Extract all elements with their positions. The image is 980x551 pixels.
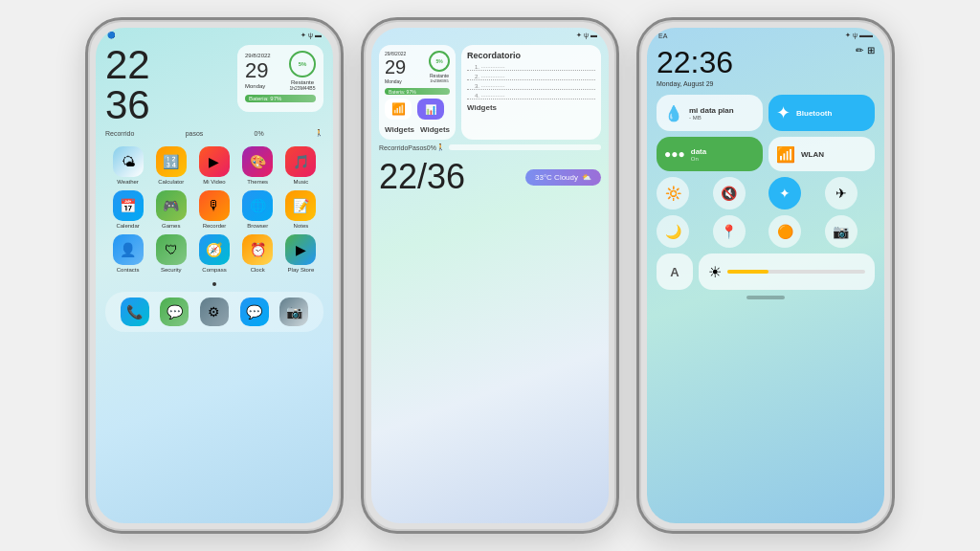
app-weather[interactable]: 🌤 Weather bbox=[109, 146, 146, 185]
app-calculator[interactable]: 🔢 Calculator bbox=[152, 146, 189, 185]
dock-camera[interactable]: 📷 bbox=[279, 298, 308, 326]
phone1-battery-bar: Bateria: 97% bbox=[245, 95, 316, 102]
quick-screen-record[interactable]: 🟠 bbox=[768, 215, 801, 248]
phone2-date-card: 29/8/2022 29 Monday 5% Restante 1h23M3S5 bbox=[379, 45, 456, 140]
record-item-3: 3. ··············· bbox=[467, 83, 595, 90]
quick-camera[interactable]: 📷 bbox=[825, 215, 858, 248]
phone2-widgets-label1: Widgets bbox=[385, 125, 414, 134]
app-recorder[interactable]: 🎙 Recorder bbox=[195, 190, 233, 229]
quick-location[interactable]: 📍 bbox=[713, 215, 746, 248]
phone3-grid-icon[interactable]: ⊞ bbox=[867, 45, 875, 55]
phone1-app-grid: 🌤 Weather 🔢 Calculator ▶ Mi Video 🎨 Them… bbox=[105, 141, 323, 278]
data-plan-title: mi data plan bbox=[689, 106, 734, 115]
phone2-battery-bar: Bateria: 97% bbox=[385, 88, 450, 95]
phone2-status-right: ✦ ψ ▬ bbox=[576, 32, 597, 39]
data-sub: On bbox=[691, 156, 706, 162]
dock-chat[interactable]: 💬 bbox=[240, 298, 269, 326]
phone2-screen: ✦ ψ ▬ 29/8/2022 29 Monday bbox=[371, 28, 609, 523]
phone-1: 🔵 ✦ ψ ▬ 22 36 29/8/2022 29 Monday bbox=[85, 17, 344, 534]
record-item-2: 2. ··············· bbox=[467, 74, 595, 80]
home-bar[interactable] bbox=[746, 296, 785, 299]
data-title: data bbox=[691, 147, 706, 156]
phone1-status-bar: 🔵 ✦ ψ ▬ bbox=[96, 28, 333, 43]
wlan-icon: 📶 bbox=[776, 145, 795, 164]
phone2-widgets-label2: Widgets bbox=[420, 125, 450, 134]
quick-brightness[interactable]: 🔆 bbox=[657, 177, 689, 209]
phone2-steps-row: Recorrido Pasos 0% 🚶 bbox=[379, 143, 601, 151]
phone3-status-bar: EA ✦ ψ ▬▬ bbox=[647, 28, 884, 43]
phone1-hour: 22 bbox=[105, 45, 150, 85]
dock-messages[interactable]: 💬 bbox=[160, 298, 189, 326]
data-icon: ●●● bbox=[664, 147, 685, 161]
data-plan-icon: 💧 bbox=[664, 104, 683, 122]
phone3-top: 22:36 Monday, August 29 ✏ ⊞ bbox=[657, 45, 875, 87]
phone2-widgets-right: Widgets bbox=[467, 103, 595, 112]
brightness-track bbox=[727, 270, 865, 274]
phone1-day: Monday bbox=[245, 83, 271, 89]
quick-airdrop[interactable]: ✦ bbox=[768, 177, 801, 209]
dock-phone[interactable]: 📞 bbox=[121, 298, 149, 326]
phone3-control-grid: 💧 mi data plan - MB ✦ Bluetooth ●●● bbox=[657, 95, 875, 171]
record-item-1: 1. ··············· bbox=[467, 64, 595, 71]
app-calendar[interactable]: 📅 Calendar bbox=[109, 190, 146, 229]
phone1-status-right: ✦ ψ ▬ bbox=[301, 32, 322, 39]
phone3-status-left: EA bbox=[658, 33, 667, 39]
phone1-steps-row: Recorrido pasos 0% 🚶 bbox=[105, 129, 323, 137]
bluetooth-title: Bluetooth bbox=[796, 109, 832, 118]
phone2-weather-text: 33°C Cloudy bbox=[535, 173, 578, 182]
phone1-min: 36 bbox=[105, 85, 150, 125]
phone1-pasos: pasos bbox=[186, 130, 204, 137]
tile-data[interactable]: ●●● data On bbox=[657, 137, 763, 171]
phone1-duration: 1h23M44B5 bbox=[289, 85, 316, 91]
app-contacts[interactable]: 👤 Contacts bbox=[109, 234, 146, 273]
phone-3: EA ✦ ψ ▬▬ 22:36 Monday, August 29 ✏ ⊞ 💧 bbox=[636, 17, 895, 534]
app-compass[interactable]: 🧭 Compass bbox=[195, 234, 233, 273]
phone1-battery-circle: 5% bbox=[289, 51, 316, 77]
phone1-screen: 🔵 ✦ ψ ▬ 22 36 29/8/2022 29 Monday bbox=[96, 28, 333, 523]
eq-button[interactable]: 📊 bbox=[417, 99, 444, 120]
wifi-button[interactable]: 📶 bbox=[385, 99, 412, 120]
phone3-bottom-row: A ☀ bbox=[657, 253, 875, 290]
phone2-duration: 1h23M3S5 bbox=[429, 78, 450, 83]
phone2-pasos: Pasos bbox=[408, 144, 426, 151]
app-mi-video[interactable]: ▶ Mi Video bbox=[195, 146, 233, 185]
phone2-percent: 0% bbox=[427, 144, 436, 151]
record-item-4: 4. ··············· bbox=[467, 93, 595, 99]
phone3-quick-row: 🔆 🔇 ✦ ✈ bbox=[657, 177, 875, 209]
phone2-battery-circle: 5% bbox=[429, 51, 450, 72]
phone3-quick-row2: 🌙 📍 🟠 📷 bbox=[657, 215, 875, 248]
phone2-day: Monday bbox=[385, 78, 406, 84]
app-music[interactable]: 🎵 Music bbox=[282, 146, 320, 185]
app-games[interactable]: 🎮 Games bbox=[152, 190, 189, 229]
phone2-top-widgets: 29/8/2022 29 Monday 5% Restante 1h23M3S5 bbox=[379, 45, 601, 140]
phone1-recorrido: Recorrido bbox=[105, 130, 134, 137]
auto-button[interactable]: A bbox=[657, 253, 693, 290]
quick-mute[interactable]: 🔇 bbox=[713, 177, 746, 209]
app-themes[interactable]: 🎨 Themes bbox=[239, 146, 277, 185]
app-play-store[interactable]: ▶ Play Store bbox=[282, 234, 320, 273]
phone3-edit-icon[interactable]: ✏ bbox=[856, 45, 863, 55]
dock-settings[interactable]: ⚙ bbox=[200, 298, 229, 326]
tile-bluetooth[interactable]: ✦ Bluetooth bbox=[768, 95, 875, 131]
phone2-weather-badge: 33°C Cloudy ⛅ bbox=[525, 169, 601, 186]
phone2-recorrido: Recorrido bbox=[379, 144, 408, 151]
phone2-recordatorio-lines: 1. ··············· 2. ··············· 3.… bbox=[467, 64, 595, 99]
weather-icon: ⛅ bbox=[582, 173, 591, 182]
page-indicator bbox=[105, 278, 323, 290]
app-notes[interactable]: 📝 Notes bbox=[282, 190, 320, 229]
phone2-day-num: 29 bbox=[385, 56, 406, 78]
phone2-wifi-eq: 📶 📊 bbox=[385, 99, 450, 120]
tile-data-plan[interactable]: 💧 mi data plan - MB bbox=[657, 95, 763, 131]
app-security[interactable]: 🛡 Security bbox=[152, 234, 189, 273]
phone3-screen: EA ✦ ψ ▬▬ 22:36 Monday, August 29 ✏ ⊞ 💧 bbox=[647, 28, 884, 523]
phone1-date-card: 29/8/2022 29 Monday 5% Restante 1h23M44B… bbox=[237, 45, 323, 112]
brightness-fill bbox=[727, 270, 768, 274]
phone3-status-right: ✦ ψ ▬▬ bbox=[845, 32, 873, 39]
tile-wlan[interactable]: 📶 WLAN bbox=[768, 137, 875, 171]
app-clock[interactable]: ⏰ Clock bbox=[239, 234, 277, 273]
quick-airplane[interactable]: ✈ bbox=[825, 177, 858, 209]
phone-2: ✦ ψ ▬ 29/8/2022 29 Monday bbox=[361, 17, 619, 534]
quick-moon[interactable]: 🌙 bbox=[657, 215, 689, 248]
brightness-control[interactable]: ☀ bbox=[699, 253, 875, 290]
app-browser[interactable]: 🌐 Browser bbox=[239, 190, 277, 229]
